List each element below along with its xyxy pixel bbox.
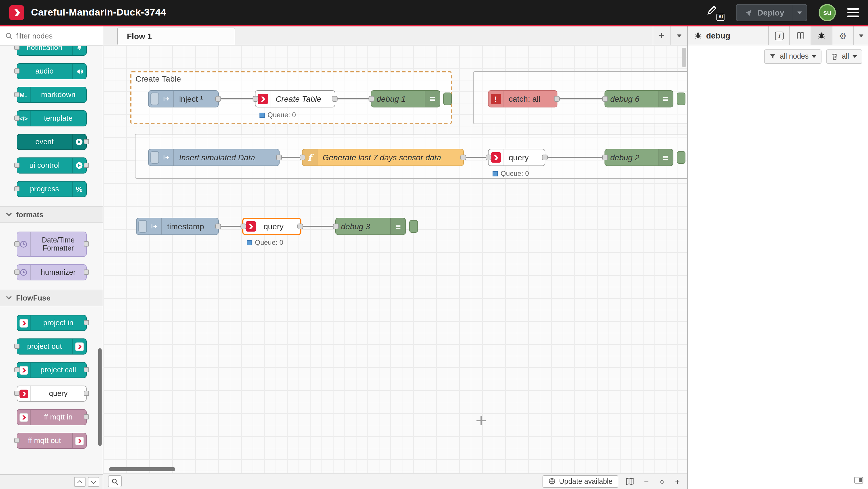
- header: Careful-Mandarin-Duck-3744 AI Deploy su: [0, 0, 868, 25]
- canvas-horizontal-scrollbar-thumb[interactable]: [109, 467, 175, 471]
- tab-help[interactable]: [789, 26, 811, 45]
- palette-node-datetime-formatter[interactable]: Date/Time Formatter: [17, 232, 86, 257]
- palette-node-event[interactable]: event: [17, 134, 86, 150]
- deploy-label: Deploy: [757, 8, 784, 17]
- flow-list-caret[interactable]: [670, 26, 687, 45]
- debug-toggle-button[interactable]: [677, 92, 685, 105]
- palette-section-flowfuse[interactable]: FlowFuse: [0, 290, 103, 306]
- output-port[interactable]: [215, 96, 221, 102]
- output-port: [84, 367, 89, 372]
- input-port: [14, 163, 19, 168]
- inject-button[interactable]: [138, 220, 147, 233]
- flowfuse-icon: [72, 339, 86, 354]
- inject-button[interactable]: [150, 92, 159, 105]
- filter-nodes-input[interactable]: [16, 32, 88, 40]
- node-debug-2[interactable]: debug 2: [604, 149, 673, 166]
- output-port: [84, 163, 89, 168]
- node-label: query: [503, 149, 545, 166]
- palette-section-formats[interactable]: formats: [0, 206, 103, 223]
- palette-node-project-out[interactable]: project out: [17, 339, 86, 354]
- zoom-out-button[interactable]: −: [641, 476, 652, 487]
- inject-button[interactable]: [150, 151, 159, 164]
- node-insert-simulated-data[interactable]: Insert simulated Data: [148, 149, 280, 166]
- palette-node-project-in[interactable]: project in: [17, 315, 86, 331]
- flow-canvas[interactable]: Create Table: [103, 46, 687, 473]
- zoom-search-button[interactable]: [108, 475, 122, 487]
- node-timestamp[interactable]: timestamp: [136, 218, 219, 235]
- palette-node-notification[interactable]: notification: [17, 46, 86, 56]
- output-port[interactable]: [332, 96, 338, 102]
- tab-info[interactable]: i: [768, 26, 789, 45]
- clear-messages-button[interactable]: all: [826, 49, 862, 63]
- palette-scroll-area[interactable]: notification audio M↓ markdown: [0, 46, 103, 474]
- input-port[interactable]: [241, 224, 246, 229]
- palette-node-ff-mqtt-out[interactable]: ff mqtt out: [17, 433, 86, 449]
- palette-footer: [0, 474, 103, 489]
- output-port[interactable]: [460, 154, 466, 160]
- node-debug-3[interactable]: debug 3: [335, 218, 406, 235]
- palette-node-markdown[interactable]: M↓ markdown: [17, 87, 86, 103]
- deploy-options-caret[interactable]: [792, 5, 807, 21]
- expand-all-button[interactable]: [88, 477, 99, 487]
- output-port[interactable]: [298, 224, 303, 229]
- output-port[interactable]: [276, 154, 282, 160]
- palette-node-project-call[interactable]: project call: [17, 362, 86, 378]
- globe-icon: [548, 478, 556, 485]
- open-console-icon[interactable]: [854, 476, 863, 486]
- debug-toggle-button[interactable]: [677, 151, 685, 164]
- update-available-button[interactable]: Update available: [542, 475, 618, 488]
- zoom-in-button[interactable]: +: [672, 476, 683, 487]
- add-flow-button[interactable]: +: [653, 26, 670, 45]
- output-port[interactable]: [215, 224, 221, 229]
- debug-message-list[interactable]: [688, 67, 868, 489]
- node-inject-1[interactable]: inject ¹: [148, 90, 219, 108]
- palette-node-ui-control[interactable]: ui control: [17, 157, 86, 174]
- tab-debug[interactable]: [811, 26, 832, 45]
- debug-toggle-button[interactable]: [409, 220, 418, 233]
- node-query-selected[interactable]: query: [242, 218, 301, 235]
- search-icon: [5, 32, 12, 40]
- node-catch-all[interactable]: ! catch: all: [488, 90, 557, 108]
- palette-node-query[interactable]: query: [17, 385, 86, 402]
- node-label: Create Table: [270, 91, 335, 107]
- debug-toggle-button[interactable]: [443, 92, 452, 105]
- user-avatar[interactable]: su: [818, 4, 836, 21]
- sidebar-options-caret[interactable]: [853, 26, 868, 45]
- canvas-vertical-scrollbar-thumb[interactable]: [682, 48, 686, 67]
- output-port[interactable]: [542, 154, 548, 160]
- node-debug-1[interactable]: debug 1: [371, 90, 440, 108]
- collapse-all-button[interactable]: [74, 477, 86, 487]
- navigator-map-icon[interactable]: [623, 475, 636, 488]
- node-query-2[interactable]: query: [488, 149, 546, 166]
- output-port: [84, 139, 89, 144]
- zoom-reset-button[interactable]: ○: [657, 476, 667, 487]
- node-debug-6[interactable]: debug 6: [604, 90, 673, 108]
- input-port[interactable]: [333, 224, 339, 229]
- input-port: [14, 367, 19, 372]
- deploy-button[interactable]: Deploy: [736, 4, 807, 21]
- filter-nodes-button[interactable]: all nodes: [764, 49, 822, 63]
- ai-assistant-icon[interactable]: AI: [706, 5, 725, 21]
- palette-node-humanizer[interactable]: humanizer: [17, 264, 86, 280]
- main-menu-icon[interactable]: [847, 8, 859, 17]
- input-port: [14, 344, 19, 349]
- trash-icon: [832, 53, 838, 60]
- palette-node-audio[interactable]: audio: [17, 63, 86, 79]
- palette-node-template[interactable]: </> template: [17, 110, 86, 126]
- node-label: timestamp: [162, 218, 218, 234]
- input-port[interactable]: [369, 96, 374, 102]
- tab-config[interactable]: ⚙: [832, 26, 853, 45]
- palette-node-ff-mqtt-in[interactable]: ff mqtt in: [17, 409, 86, 425]
- tab-flow-1[interactable]: Flow 1: [117, 28, 236, 45]
- palette-scrollbar-thumb[interactable]: [98, 348, 102, 446]
- flowfuse-logo-icon[interactable]: [9, 5, 24, 20]
- input-port[interactable]: [602, 96, 608, 102]
- input-port[interactable]: [486, 154, 491, 160]
- node-create-table[interactable]: Create Table: [255, 90, 335, 108]
- input-port[interactable]: [300, 154, 305, 160]
- input-port[interactable]: [253, 96, 258, 102]
- palette-node-progress[interactable]: progress %: [17, 181, 86, 197]
- output-port[interactable]: [554, 96, 560, 102]
- node-generate-sensor-data[interactable]: f Generate last 7 days sensor data: [302, 149, 464, 166]
- input-port[interactable]: [602, 154, 608, 160]
